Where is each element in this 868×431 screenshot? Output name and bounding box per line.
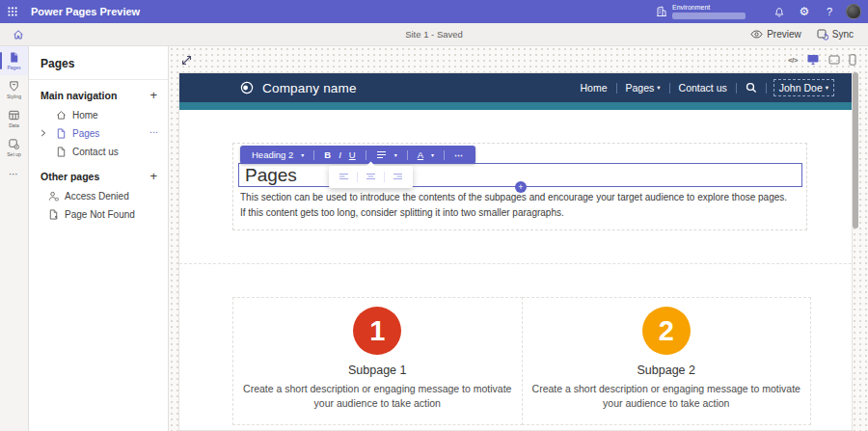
align-right-icon	[393, 173, 403, 181]
pages-icon	[8, 51, 20, 64]
site-nav-home[interactable]: Home	[572, 82, 616, 94]
page-item-pages[interactable]: Pages ⋯	[29, 124, 168, 143]
tablet-view-button[interactable]	[828, 55, 840, 65]
home-icon	[13, 29, 24, 40]
preview-button[interactable]: Preview	[744, 26, 808, 42]
resize-diagonal-icon	[180, 54, 193, 67]
subpage-card-1[interactable]: 1 Subpage 1 Create a short description o…	[232, 297, 523, 425]
toolbar-more-button[interactable]: ⋯	[450, 150, 468, 160]
section-divider	[179, 263, 852, 264]
page-item-home[interactable]: Home	[29, 106, 168, 124]
rail-more-button[interactable]: ⋯	[0, 162, 28, 185]
page-item-contact-us[interactable]: Contact us	[29, 143, 168, 161]
intro-line: This section can be used to introduce th…	[240, 190, 787, 205]
frame-scrollbar-thumb[interactable]	[853, 72, 858, 229]
code-icon: </>	[788, 56, 798, 65]
bold-button[interactable]: B	[320, 149, 335, 160]
site-nav: Home Pages ▾ Contact us	[572, 79, 838, 96]
site-nav-label: Home	[581, 82, 608, 94]
code-view-button[interactable]: </>	[788, 56, 798, 65]
align-right-option[interactable]	[392, 173, 404, 181]
rich-text-toolbar: Heading 2 ▾ B I U	[240, 146, 475, 164]
font-color-dropdown[interactable]: A ▾	[414, 149, 438, 160]
plus-icon: +	[149, 88, 157, 102]
subpage-cards: 1 Subpage 1 Create a short description o…	[232, 297, 811, 425]
studio-home-button[interactable]	[0, 29, 24, 40]
app-launcher-button[interactable]	[0, 0, 25, 23]
chevron-down-icon: ▾	[431, 151, 434, 158]
more-icon: ⋯	[9, 169, 19, 179]
page-error-icon	[48, 209, 59, 220]
app-title: Power Pages Preview	[31, 6, 140, 17]
device-preview-toggles: </>	[788, 54, 856, 66]
align-center-option[interactable]	[365, 173, 377, 181]
popup-separator	[384, 172, 385, 182]
align-icon	[376, 150, 387, 159]
site-nav-contact-us[interactable]: Contact us	[670, 82, 736, 94]
font-color-label: A	[418, 149, 423, 160]
mobile-view-button[interactable]	[849, 54, 856, 66]
page-item-label: Access Denied	[65, 191, 129, 202]
site-search-button[interactable]	[737, 82, 766, 94]
add-main-nav-page-button[interactable]: +	[148, 89, 159, 101]
help-button[interactable]: ?	[817, 0, 842, 23]
page-item-label: Page Not Found	[65, 209, 135, 220]
preview-eye-icon	[750, 30, 763, 39]
page-item-label: Pages	[72, 128, 99, 139]
environment-info: Environment	[672, 4, 746, 19]
add-other-page-button[interactable]: +	[148, 170, 159, 182]
text-style-dropdown[interactable]: Heading 2 ▾	[248, 149, 308, 160]
desktop-view-button[interactable]	[806, 54, 820, 66]
align-left-option[interactable]	[338, 173, 350, 181]
more-icon: ⋯	[454, 150, 464, 160]
waffle-icon	[8, 7, 17, 16]
notifications-button[interactable]	[767, 0, 792, 23]
add-section-button[interactable]: +	[515, 181, 527, 193]
page-item-page-not-found[interactable]: Page Not Found	[29, 205, 168, 224]
rail-item-data[interactable]: Data	[0, 104, 28, 133]
subpage-card-2[interactable]: 2 Subpage 2 Create a short description o…	[522, 297, 812, 425]
search-icon	[746, 82, 757, 94]
main-navigation-heading: Main navigation	[41, 90, 117, 101]
expand-canvas-button[interactable]	[180, 54, 193, 69]
setup-icon	[8, 138, 20, 150]
subpage-2-number-badge: 2	[642, 307, 691, 355]
page-item-label: Home	[72, 110, 98, 121]
page-item-more-button[interactable]: ⋯	[149, 127, 159, 137]
gear-icon: ⚙	[800, 6, 810, 17]
chevron-down-icon: ▾	[826, 85, 828, 92]
rail-label: Data	[9, 122, 19, 128]
rail-label: Set up	[7, 151, 20, 157]
home-page-icon	[56, 110, 67, 121]
rail-item-styling[interactable]: Styling	[0, 75, 28, 104]
account-avatar[interactable]	[846, 4, 861, 19]
panel-title: Pages	[29, 46, 168, 79]
help-icon: ?	[827, 6, 832, 17]
main-layout: Pages Styling Data	[0, 46, 868, 431]
site-nav-pages[interactable]: Pages ▾	[617, 82, 669, 94]
sync-button[interactable]: Sync	[810, 26, 860, 43]
power-pages-app: Power Pages Preview Environment ⚙	[0, 0, 868, 431]
environment-picker[interactable]: Environment	[656, 4, 746, 19]
sync-label: Sync	[832, 29, 854, 40]
underline-button[interactable]: U	[345, 149, 360, 160]
command-bar-actions: Preview Sync	[744, 26, 868, 43]
align-center-icon	[366, 173, 376, 181]
rail-item-setup[interactable]: Set up	[0, 133, 28, 162]
main-navigation-header: Main navigation +	[29, 80, 168, 106]
alignment-popup	[329, 166, 413, 188]
toolbar-separator	[407, 150, 408, 160]
alignment-dropdown[interactable]: ▾	[372, 150, 401, 159]
environment-name-redacted	[672, 13, 746, 19]
italic-button[interactable]: I	[335, 149, 345, 160]
site-user-menu[interactable]: John Doe ▾	[773, 79, 834, 96]
rail-item-pages[interactable]: Pages	[0, 46, 28, 75]
settings-button[interactable]: ⚙	[792, 0, 817, 23]
pages-panel: Pages Main navigation + Home	[29, 46, 169, 431]
toolbar-separator	[313, 150, 314, 160]
page-icon	[56, 147, 67, 157]
page-item-access-denied[interactable]: Access Denied	[29, 187, 168, 205]
intro-paragraph[interactable]: This section can be used to introduce th…	[240, 190, 787, 221]
top-bar-actions: Environment ⚙ ?	[656, 0, 868, 23]
page-item-label: Contact us	[72, 147, 119, 157]
